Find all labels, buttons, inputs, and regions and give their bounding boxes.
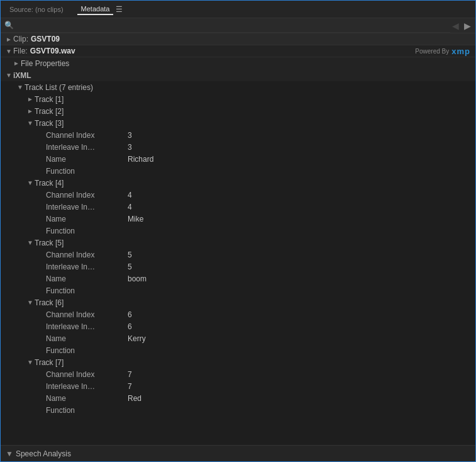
track-6-row: ▼ Track [6] [1,296,475,308]
search-bar: 🔍 [1,18,450,33]
track-4-function-label: Function [46,227,128,235]
track-5-function-label: Function [46,286,128,295]
track-7-channel-index-value: 7 [128,370,132,379]
track-5-name-label: Name [46,274,128,283]
track-3-name-row: Name Richard [1,153,475,165]
track-4-interleave-label: Interleave In… [46,203,128,211]
track-4-label: Track [4] [35,179,64,188]
speech-analysis-expander[interactable]: ▼ [6,449,13,458]
content-area: ► Clip: GSVT09 ▼ File: GSVT09.wav Powere… [1,33,475,445]
track-3-interleave-label: Interleave In… [46,143,128,152]
track-3-function-row: Function [1,165,475,177]
track-7-name-value: Red [128,394,141,403]
track-list-expander[interactable]: ▼ [16,84,25,91]
track-7-label: Track [7] [35,358,64,367]
metadata-tab[interactable]: Metadata [77,4,114,15]
nav-forward-icon[interactable]: ▶ [462,21,473,31]
track-4-interleave-value: 4 [128,203,132,211]
track-7-expander[interactable]: ▼ [26,359,35,366]
track-6-interleave-value: 6 [128,322,132,331]
track-6-name-label: Name [46,334,128,343]
track-6-function-label: Function [46,346,128,355]
track-6-name-row: Name Kerry [1,332,475,344]
ixml-row: ▼ iXML [1,69,475,81]
track-6-channel-index-label: Channel Index [46,310,128,319]
track-6-label: Track [6] [35,298,64,307]
track-3-name-label: Name [46,155,128,164]
clip-expander[interactable]: ► [4,36,13,43]
track-4-channel-index-value: 4 [128,191,132,200]
track-6-function-row: Function [1,344,475,356]
track-1-expander[interactable]: ► [26,96,35,103]
track-6-name-value: Kerry [128,334,146,343]
track-7-channel-index-row: Channel Index 7 [1,368,475,380]
track-7-row: ▼ Track [7] [1,356,475,368]
file-label: File: [13,47,28,55]
track-1-label: Track [1] [35,95,64,104]
track-3-interleave-row: Interleave In… 3 [1,141,475,153]
track-5-channel-index-value: 5 [128,251,132,259]
track-3-expander[interactable]: ▼ [26,120,35,127]
track-2-label: Track [2] [35,107,64,116]
clip-value: GSVT09 [31,35,60,43]
track-4-expander[interactable]: ▼ [26,179,35,186]
track-2-row: ► Track [2] [1,105,475,117]
track-4-function-row: Function [1,225,475,237]
xmp-logo: xmp [451,47,470,56]
track-3-channel-index-label: Channel Index [46,131,128,140]
file-props-expander[interactable]: ► [12,60,21,67]
source-tab[interactable]: Source: (no clips) [6,4,67,14]
clip-row: ► Clip: GSVT09 [1,33,475,45]
track-4-name-label: Name [46,215,128,223]
track-5-row: ▼ Track [5] [1,237,475,249]
search-input[interactable] [18,21,446,30]
track-5-channel-index-row: Channel Index 5 [1,249,475,261]
track-list-row: ▼ Track List (7 entries) [1,81,475,93]
track-5-expander[interactable]: ▼ [26,239,35,246]
track-4-interleave-row: Interleave In… 4 [1,201,475,213]
track-7-interleave-value: 7 [128,382,132,391]
file-row: ▼ File: GSVT09.wav Powered By xmp [1,45,475,57]
track-7-channel-index-label: Channel Index [46,370,128,379]
search-nav-bar: 🔍 ◀ ▶ [1,18,475,33]
main-panel: Source: (no clips) Metadata ☰ 🔍 ◀ ▶ ► Cl… [0,0,476,462]
track-6-channel-index-row: Channel Index 6 [1,308,475,320]
panel-header: Source: (no clips) Metadata ☰ [1,1,475,18]
track-7-interleave-label: Interleave In… [46,382,128,391]
track-5-name-row: Name boom [1,273,475,285]
track-5-interleave-row: Interleave In… 5 [1,261,475,273]
track-5-name-value: boom [128,274,147,283]
track-3-name-value: Richard [128,155,153,164]
track-2-expander[interactable]: ► [26,108,35,115]
track-5-interleave-label: Interleave In… [46,262,128,271]
track-3-label: Track [3] [35,119,64,128]
file-value: GSVT09.wav [30,47,75,55]
track-4-row: ▼ Track [4] [1,177,475,189]
track-5-channel-index-label: Channel Index [46,251,128,259]
nav-back-icon[interactable]: ◀ [450,21,461,31]
powered-by-text: Powered By [415,48,449,55]
track-4-channel-index-row: Channel Index 4 [1,189,475,201]
file-props-label: File Properties [21,59,69,68]
file-expander[interactable]: ▼ [4,48,13,55]
track-6-interleave-row: Interleave In… 6 [1,320,475,332]
track-6-expander[interactable]: ▼ [26,299,35,306]
panel-footer: ▼ Speech Analysis [1,445,475,461]
track-4-name-row: Name Mike [1,213,475,225]
track-7-name-row: Name Red [1,392,475,404]
track-4-channel-index-label: Channel Index [46,191,128,200]
ixml-expander[interactable]: ▼ [4,72,13,79]
tab-menu-icon[interactable]: ☰ [116,5,123,14]
ixml-label: iXML [13,71,31,80]
track-3-channel-index-value: 3 [128,131,132,140]
track-list-label: Track List (7 entries) [25,83,93,92]
xmp-powered: Powered By xmp [415,47,470,56]
track-7-interleave-row: Interleave In… 7 [1,380,475,392]
track-3-channel-index-row: Channel Index 3 [1,129,475,141]
track-5-interleave-value: 5 [128,262,132,271]
track-6-interleave-label: Interleave In… [46,322,128,331]
track-7-function-row: Function [1,404,475,416]
clip-label: Clip: [13,35,28,43]
track-7-name-label: Name [46,394,128,403]
speech-analysis-label: Speech Analysis [16,449,71,458]
